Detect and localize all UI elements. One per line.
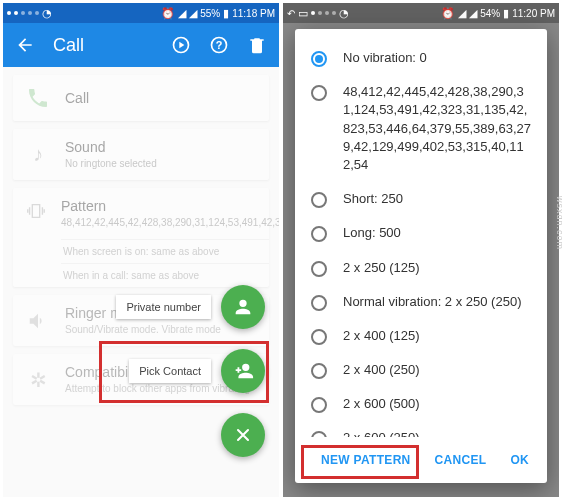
pattern-sub: 48,412,42,445,42,428,38,290,31,124,53,49… [61,216,279,229]
phone-icon [25,85,51,111]
radio-icon[interactable] [311,261,327,277]
ok-button[interactable]: OK [500,445,539,475]
fab-label-private[interactable]: Private number [116,295,211,319]
pattern-dialog: No vibration: 048,412,42,445,42,428,38,2… [295,29,547,483]
signal-icon: ◢ [469,7,477,20]
cancel-button[interactable]: CANCEL [425,445,497,475]
app-bar: Call ? [3,23,279,67]
sound-card: ♪ Sound No ringtone selected [13,129,269,180]
radio-label: Normal vibration: 2 x 250 (250) [343,293,531,311]
watermark: wsxdn.com [555,196,562,250]
status-time: 11:18 PM [232,8,275,19]
play-icon[interactable] [171,35,191,55]
settings-icon: ✲ [25,367,51,393]
right-screenshot: ↶ ▭ ◔ ⏰ ◢ ◢ 54% ▮ 11:20 PM No vibration:… [283,3,559,497]
battery-percent: 54% [480,8,500,19]
pattern-in-call: When in a call: same as above [13,264,269,287]
battery-icon: ▮ [223,7,229,20]
sound-sub: No ringtone selected [65,157,257,170]
call-title: Call [65,90,257,106]
pattern-title: Pattern [61,198,279,214]
signal-icon: ◢ [189,7,197,20]
battery-icon: ▮ [503,7,509,20]
sound-icon: ♪ [25,142,51,168]
radio-option[interactable]: Normal vibration: 2 x 250 (250) [299,285,543,319]
radio-label: 2 x 250 (125) [343,259,531,277]
vibrate-icon [25,198,47,224]
status-bar: ◔ ⏰ ◢ ◢ 55% ▮ 11:18 PM [3,3,279,23]
sound-title: Sound [65,139,257,155]
speaker-icon [25,308,51,334]
delete-icon[interactable] [247,35,267,55]
pattern-card: Pattern 48,412,42,445,42,428,38,290,31,1… [13,188,269,287]
status-time: 11:20 PM [512,8,555,19]
radio-label: 2 x 600 (250) [343,429,531,436]
fab-close[interactable] [221,413,265,457]
signal-icon: ◢ [458,7,466,20]
fab-pick-contact[interactable] [221,349,265,393]
left-screenshot: ◔ ⏰ ◢ ◢ 55% ▮ 11:18 PM Call ? [3,3,279,497]
call-card: Call [13,75,269,121]
radio-label: 48,412,42,445,42,428,38,290,31,124,53,49… [343,83,531,174]
pattern-screen-on: When screen is on: same as above [13,240,269,263]
radio-label: 2 x 400 (125) [343,327,531,345]
radio-option[interactable]: 48,412,42,445,42,428,38,290,31,124,53,49… [299,75,543,182]
radio-option[interactable]: 2 x 600 (500) [299,387,543,421]
fab-label-pick[interactable]: Pick Contact [129,359,211,383]
ringer-sub: Sound/Vibrate mode. Vibrate mode [65,323,257,336]
radio-icon[interactable] [311,85,327,101]
radio-icon[interactable] [311,226,327,242]
app-icon: ◔ [42,7,52,20]
radio-icon[interactable] [311,295,327,311]
battery-percent: 55% [200,8,220,19]
radio-icon[interactable] [311,397,327,413]
radio-option[interactable]: 2 x 250 (125) [299,251,543,285]
radio-label: No vibration: 0 [343,49,531,67]
radio-label: 2 x 600 (500) [343,395,531,413]
radio-option[interactable]: No vibration: 0 [299,41,543,75]
svg-text:?: ? [216,39,223,51]
page-title: Call [53,35,84,56]
radio-icon[interactable] [311,192,327,208]
signal-icon: ◢ [178,7,186,20]
alarm-off-icon: ⏰ [161,7,175,20]
radio-label: Short: 250 [343,190,531,208]
status-bar: ↶ ▭ ◔ ⏰ ◢ ◢ 54% ▮ 11:20 PM [283,3,559,23]
radio-icon[interactable] [311,51,327,67]
app-icon: ◔ [339,7,349,20]
radio-option[interactable]: Long: 500 [299,216,543,250]
radio-icon[interactable] [311,329,327,345]
new-pattern-button[interactable]: NEW PATTERN [311,445,421,475]
radio-label: Long: 500 [343,224,531,242]
back-icon[interactable] [15,35,35,55]
radio-list: No vibration: 048,412,42,445,42,428,38,2… [295,29,547,437]
radio-option[interactable]: Short: 250 [299,182,543,216]
radio-icon[interactable] [311,431,327,436]
radio-label: 2 x 400 (250) [343,361,531,379]
radio-option[interactable]: 2 x 400 (125) [299,319,543,353]
help-icon[interactable]: ? [209,35,229,55]
fab-private-number[interactable] [221,285,265,329]
radio-icon[interactable] [311,363,327,379]
alarm-off-icon: ⏰ [441,7,455,20]
radio-option[interactable]: 2 x 600 (250) [299,421,543,436]
radio-option[interactable]: 2 x 400 (250) [299,353,543,387]
